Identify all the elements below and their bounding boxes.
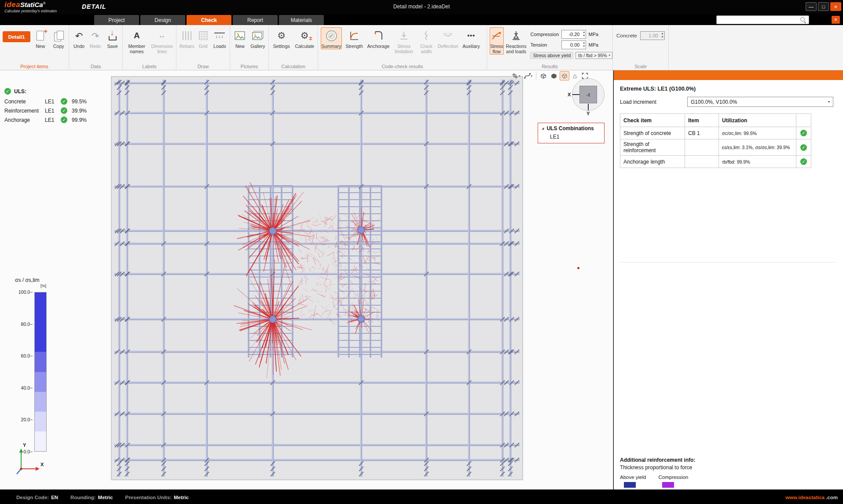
logo-statica-text: StatiCa — [20, 1, 43, 8]
title-bar: ideaStatiCa® Calculate yesterday's estim… — [0, 0, 843, 14]
new-project-item-button[interactable]: + New — [32, 27, 48, 49]
model-viewport[interactable]: ▾ ▾ ⌂ -z X Y ✓ ULS: — [0, 70, 613, 489]
table-row-anchorage-length[interactable]: Anchorage length τb/fbd: 99.9% ✓ — [620, 156, 811, 168]
stress-above-yield-chip: Stress above yield — [530, 52, 573, 59]
combination-item-le1[interactable]: LE1 — [550, 134, 601, 140]
close-document-button[interactable]: × — [832, 16, 840, 24]
ribbon-group-draw: Rebars Grid ↓↓↓ Loads Draw — [176, 25, 230, 70]
view-cube[interactable]: -z X Y — [568, 74, 610, 116]
new-picture-icon — [235, 29, 245, 43]
compression-stepper[interactable]: ▲▼ — [561, 30, 586, 39]
table-row-strength-of-concrete[interactable]: Strength of concrete CB 1 σc/σc,lim: 99.… — [620, 127, 811, 139]
tension-stepper[interactable]: ▲▼ — [561, 40, 586, 49]
member-names-button[interactable]: A Member names — [125, 27, 148, 55]
toolbar-separator — [536, 73, 536, 80]
stress-limitation-icon — [399, 29, 409, 43]
chevron-down-icon: ▾ — [828, 100, 830, 104]
settings-button[interactable]: ⚙ Settings — [271, 27, 292, 49]
detail1-button[interactable]: Detail1 — [3, 31, 30, 42]
model-svg[interactable] — [110, 75, 524, 481]
group-caption-labels: Labels — [123, 64, 176, 69]
undo-button[interactable]: ↶ Undo — [72, 27, 86, 49]
tension-spinner-arrows[interactable]: ▲▼ — [583, 41, 585, 48]
compression-unit: MPa — [588, 32, 598, 37]
new-picture-button[interactable]: New — [233, 27, 247, 49]
ribbon-group-data: ↶ Undo ↷ Redo ↓ Save Data — [69, 25, 123, 70]
loads-button[interactable]: ↓↓↓ Loads — [212, 27, 228, 49]
calculate-icon: ⚙± — [301, 31, 309, 40]
website-link[interactable]: www.ideastatica .com — [785, 495, 838, 500]
axis-x-label: X — [40, 462, 44, 467]
summary-button[interactable]: ✓ Summary — [321, 27, 342, 49]
color-scale-segment — [35, 412, 46, 431]
strength-button[interactable]: Strength — [344, 27, 365, 49]
tab-materials[interactable]: Materials — [279, 15, 324, 25]
uls-row-concrete: Concrete LE1 ✓ 99.5% — [4, 97, 87, 106]
logo-idea-text: idea — [4, 0, 20, 9]
redo-button: ↷ Redo — [88, 27, 103, 49]
dimension-lines-icon: ↔ — [158, 31, 166, 40]
view-cube-y-label: Y — [586, 111, 590, 116]
tb-fbd-select[interactable]: τb / fbd > 95% ▾ — [575, 52, 612, 59]
anchorage-icon — [373, 29, 384, 43]
save-button[interactable]: ↓ Save — [104, 27, 121, 49]
maximize-button[interactable]: □ — [818, 2, 829, 11]
spline-icon — [524, 73, 531, 79]
logo-tagline: Calculate yesterday's estimates — [4, 9, 57, 13]
tab-design[interactable]: Design — [140, 15, 185, 25]
check-circle-icon: ✓ — [800, 130, 807, 136]
stress-flow-button[interactable]: Stress flow — [490, 27, 504, 55]
rounding-status: Rounding: Metric — [70, 495, 113, 500]
group-caption-project-items: Project items — [0, 64, 69, 69]
tab-project[interactable]: Project — [94, 15, 139, 25]
scale-concrete-label: Concrete — [616, 33, 637, 38]
axonometry-view-button[interactable] — [539, 71, 548, 80]
additional-info-title: Additional reinforcement info: — [620, 457, 695, 463]
coordinate-axes: Y X — [11, 443, 48, 480]
additional-info-subtitle: Thickness proportional to force — [620, 464, 695, 471]
app-logo: ideaStatiCa® Calculate yesterday's estim… — [4, 1, 57, 13]
table-row-strength-of-reinforcement[interactable]: Strength of reinforcement εs/εs,lim: 3.1… — [620, 139, 811, 156]
ribbon-group-scale: Concrete ▲▼ Scale — [613, 25, 669, 70]
check-circle-icon: ✓ — [800, 158, 807, 165]
solid-view-button[interactable] — [549, 71, 559, 80]
minimize-button[interactable]: — — [806, 2, 817, 11]
table-header-row: Check item Item Utilization — [620, 114, 811, 127]
copy-icon — [54, 31, 63, 41]
reactions-loads-button[interactable]: Reactions and loads — [506, 27, 527, 55]
close-button[interactable]: × — [830, 2, 841, 11]
color-scale-legend: σs / σs,lim [%] 100.080.060.040.020.00.0 — [15, 277, 72, 462]
wireframe-cube-icon — [540, 73, 547, 80]
view-cube-x-label: X — [568, 92, 571, 97]
copy-project-item-button[interactable]: Copy — [51, 27, 67, 49]
reactions-loads-icon — [510, 29, 522, 43]
search-input[interactable] — [716, 15, 809, 24]
color-scale-segment — [35, 292, 46, 352]
load-increment-select[interactable]: G100.0%, V100.0% ▾ — [687, 97, 833, 107]
check-circle-icon: ✓ — [4, 88, 11, 95]
save-icon: ↓ — [107, 30, 118, 41]
member-names-icon: A — [134, 31, 140, 40]
scale-concrete-stepper: ▲▼ — [640, 31, 665, 40]
gallery-button[interactable]: Gallery — [249, 27, 267, 49]
uls-combinations-box[interactable]: ◢ ULS Combinations LE1 — [538, 123, 605, 143]
clipping-tool-button[interactable]: ▾ — [510, 71, 522, 80]
auxiliary-button[interactable]: ••• Auxiliary — [461, 27, 482, 49]
compression-spinner-arrows[interactable]: ▲▼ — [583, 30, 585, 37]
uls-overlay-title: ULS: — [14, 88, 26, 95]
anchorage-button[interactable]: Anchorage — [367, 27, 390, 49]
chevron-down-icon: ▾ — [531, 74, 533, 78]
design-code-status: Design Code: EN — [16, 495, 58, 500]
status-bar: Design Code: EN Rounding: Metric Present… — [0, 489, 843, 504]
color-scale-tick-label: 60.0 — [21, 353, 30, 358]
expander-icon[interactable]: ◢ — [542, 127, 544, 130]
color-scale-segment — [35, 392, 46, 412]
view-cube-face[interactable]: -z — [579, 86, 597, 103]
tab-report[interactable]: Report — [233, 15, 278, 25]
color-scale-segment — [35, 372, 46, 392]
curve-tool-button[interactable]: ▾ — [523, 71, 534, 80]
tab-check[interactable]: Check — [187, 15, 231, 25]
ribbon-group-pictures: New Gallery Pictures — [230, 25, 269, 70]
compression-swatch — [662, 482, 674, 488]
calculate-button[interactable]: ⚙± Calculate — [293, 27, 316, 49]
